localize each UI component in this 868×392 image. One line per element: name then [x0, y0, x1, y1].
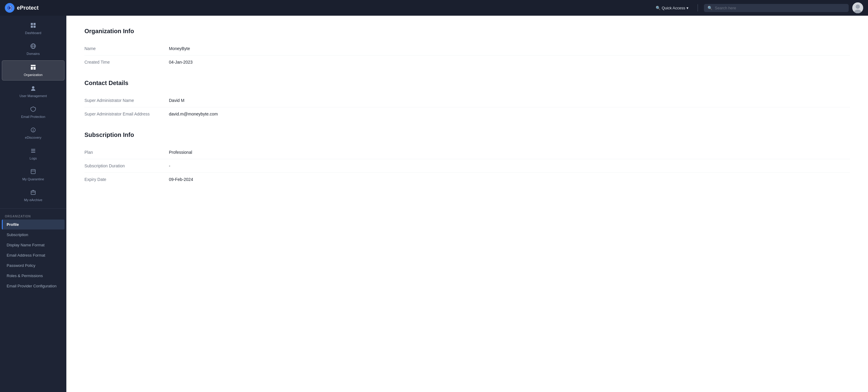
sidebar-item-subscription[interactable]: Subscription: [2, 230, 65, 240]
svg-rect-23: [31, 191, 35, 195]
svg-rect-5: [33, 23, 36, 25]
user-management-label: User Management: [20, 94, 47, 98]
domains-icon: [30, 43, 36, 51]
org-name-label: Name: [85, 46, 169, 51]
subscription-duration-value: -: [169, 163, 170, 168]
sidebar-item-profile[interactable]: Profile: [2, 220, 65, 229]
sidebar-item-ediscovery[interactable]: eDiscovery: [2, 123, 65, 143]
logs-label: Logs: [30, 157, 37, 160]
svg-point-2: [856, 4, 860, 9]
admin-name-value: David M: [169, 98, 184, 103]
sidebar-item-logs[interactable]: Logs: [2, 144, 65, 164]
topbar-right: 🔍 Quick Access ▾ 🔍: [653, 2, 863, 13]
domains-label: Domains: [27, 52, 39, 56]
search-icon: 🔍: [708, 6, 712, 10]
topbar-divider: [698, 4, 698, 11]
my-quarantine-label: My Quarantine: [22, 177, 44, 181]
svg-rect-12: [31, 67, 33, 70]
search-bar[interactable]: 🔍: [704, 4, 849, 12]
svg-rect-13: [33, 67, 36, 70]
logo-icon: [5, 3, 14, 13]
main-layout: Dashboard Domains: [0, 16, 868, 392]
sidebar-item-organization[interactable]: Organization: [2, 60, 65, 80]
my-quarantine-icon: [30, 169, 36, 176]
subscription-duration-label: Subscription Duration: [85, 163, 169, 168]
topbar: eProtect 🔍 Quick Access ▾ 🔍: [0, 0, 868, 16]
contact-details-title: Contact Details: [85, 79, 850, 87]
plan-label: Plan: [85, 150, 169, 155]
svg-point-17: [33, 131, 33, 131]
user-management-icon: [30, 85, 36, 93]
svg-rect-11: [31, 65, 36, 66]
email-protection-icon: [30, 106, 36, 114]
quick-access-label: Quick Access: [662, 6, 685, 10]
search-icon-topbar: 🔍: [656, 6, 660, 10]
logs-icon: [30, 148, 36, 155]
sidebar-item-domains[interactable]: Domains: [2, 39, 65, 59]
contact-details-section: Contact Details Super Administrator Name…: [85, 79, 850, 121]
sidebar: Dashboard Domains: [0, 16, 66, 392]
app-name: eProtect: [17, 5, 39, 11]
sidebar-item-roles-permissions[interactable]: Roles & Permissions: [2, 271, 65, 281]
ediscovery-icon: [30, 127, 36, 134]
created-time-label: Created Time: [85, 60, 169, 65]
admin-email-value: david.m@moneybyte.com: [169, 111, 218, 117]
sidebar-item-dashboard[interactable]: Dashboard: [2, 19, 65, 38]
sidebar-item-password-policy[interactable]: Password Policy: [2, 261, 65, 270]
roles-permissions-label: Roles & Permissions: [7, 273, 43, 278]
sidebar-item-email-provider-configuration[interactable]: Email Provider Configuration: [2, 281, 65, 291]
sidebar-item-email-protection[interactable]: Email Protection: [2, 102, 65, 122]
my-earchive-icon: [30, 189, 36, 197]
svg-rect-19: [31, 151, 35, 151]
search-input[interactable]: [715, 6, 845, 10]
sidebar-item-my-quarantine[interactable]: My Quarantine: [2, 165, 65, 185]
expiry-date-value: 09-Feb-2024: [169, 177, 193, 182]
email-protection-label: Email Protection: [21, 115, 45, 119]
admin-name-row: Super Administrator Name David M: [85, 94, 850, 107]
email-address-format-label: Email Address Format: [7, 253, 45, 258]
created-time-row: Created Time 04-Jan-2023: [85, 56, 850, 69]
svg-point-14: [32, 86, 34, 89]
svg-rect-4: [31, 23, 33, 25]
app-logo: eProtect: [5, 3, 39, 13]
quick-access-button[interactable]: 🔍 Quick Access ▾: [653, 4, 691, 12]
admin-email-label: Super Administrator Email Address: [85, 111, 169, 117]
svg-rect-20: [31, 152, 35, 153]
display-name-format-label: Display Name Format: [7, 243, 44, 247]
sidebar-item-my-earchive[interactable]: My eArchive: [2, 186, 65, 205]
email-provider-configuration-label: Email Provider Configuration: [7, 284, 56, 288]
org-info-title: Organization Info: [85, 28, 850, 35]
org-name-value: MoneyByte: [169, 46, 190, 51]
subscription-info-title: Subscription Info: [85, 131, 850, 138]
expiry-date-row: Expiry Date 09-Feb-2024: [85, 173, 850, 186]
sidebar-item-display-name-format[interactable]: Display Name Format: [2, 240, 65, 250]
expiry-date-label: Expiry Date: [85, 177, 169, 182]
avatar[interactable]: [852, 2, 863, 13]
svg-rect-6: [31, 26, 33, 28]
organization-icon: [30, 64, 36, 72]
dashboard-icon: [30, 22, 36, 30]
plan-value: Professional: [169, 150, 192, 155]
plan-row: Plan Professional: [85, 145, 850, 159]
password-policy-label: Password Policy: [7, 263, 35, 268]
ediscovery-label: eDiscovery: [25, 136, 41, 139]
my-earchive-label: My eArchive: [24, 198, 42, 202]
svg-rect-7: [33, 26, 36, 28]
sidebar-item-email-address-format[interactable]: Email Address Format: [2, 250, 65, 260]
chevron-down-icon: ▾: [686, 6, 688, 10]
organization-label: Organization: [24, 73, 42, 76]
svg-rect-18: [31, 149, 35, 150]
subscription-info-section: Subscription Info Plan Professional Subs…: [85, 131, 850, 186]
profile-label: Profile: [7, 222, 19, 227]
svg-rect-21: [31, 169, 35, 174]
sidebar-item-user-management[interactable]: User Management: [2, 82, 65, 101]
main-content: Organization Info Name MoneyByte Created…: [66, 16, 868, 392]
org-name-row: Name MoneyByte: [85, 42, 850, 56]
admin-email-row: Super Administrator Email Address david.…: [85, 107, 850, 121]
subscription-duration-row: Subscription Duration -: [85, 159, 850, 173]
admin-name-label: Super Administrator Name: [85, 98, 169, 103]
dashboard-label: Dashboard: [25, 31, 41, 35]
org-info-section: Organization Info Name MoneyByte Created…: [85, 28, 850, 69]
subscription-label: Subscription: [7, 232, 28, 237]
created-time-value: 04-Jan-2023: [169, 60, 193, 65]
